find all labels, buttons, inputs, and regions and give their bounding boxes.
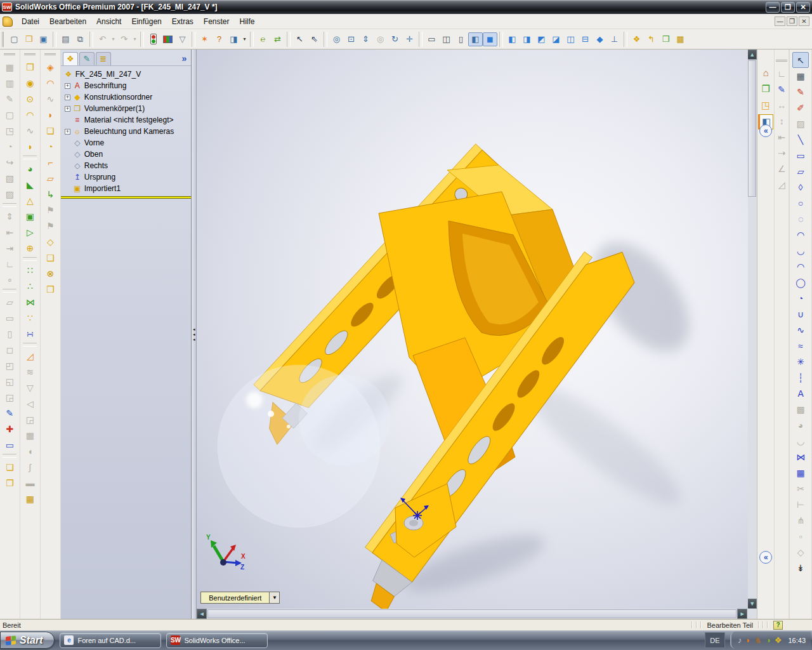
mdi-close-button[interactable]: ✕ xyxy=(799,17,809,26)
parallelogram-button[interactable]: ▱ xyxy=(792,163,809,179)
rip-button[interactable]: ◿ xyxy=(22,348,38,364)
corner-rectangle-button[interactable]: ▭ xyxy=(792,147,809,163)
part-foot[interactable] xyxy=(390,484,456,557)
whats-wrong-button[interactable]: ✶ xyxy=(197,32,212,46)
magnified-selection-button[interactable]: ⇖ xyxy=(307,32,322,46)
sketched-bend-button[interactable]: ◠ xyxy=(42,75,58,91)
shaded-button[interactable]: ◼ xyxy=(483,32,497,46)
rebuild-button[interactable] xyxy=(146,32,160,46)
propertymanager-tab[interactable]: ✎ xyxy=(79,52,95,65)
vertical-scrollbar[interactable]: ▲ ▼ xyxy=(747,50,757,619)
line-button[interactable]: ╲ xyxy=(792,131,809,147)
horizontal-scrollbar[interactable]: ◄ ► xyxy=(197,609,747,619)
planar-surface-button[interactable]: ❏ xyxy=(1,459,18,475)
language-indicator[interactable]: DE xyxy=(705,632,725,648)
task-ie-forum-button[interactable]: eForen auf CAD.d... xyxy=(60,633,161,648)
task-solidworks-button[interactable]: SWSolidWorks Office... xyxy=(166,633,268,648)
pan-button[interactable]: ✛ xyxy=(402,32,417,46)
scroll-right-icon[interactable]: ► xyxy=(737,609,747,619)
extruded-boss-button[interactable]: ❒ xyxy=(22,59,38,75)
sketch-driven-pattern-button[interactable]: ∺ xyxy=(22,326,38,342)
ellipse-button[interactable]: ◯ xyxy=(792,274,809,290)
tray-app-icon[interactable]: ♞ xyxy=(754,636,762,644)
spline-on-surface-button[interactable]: ≈ xyxy=(792,338,809,354)
quick-tips-icon[interactable]: ? xyxy=(773,621,783,630)
toolbar-grip[interactable] xyxy=(24,53,36,56)
open-document-button[interactable]: ❒ xyxy=(22,32,36,46)
expand-icon[interactable]: + xyxy=(65,95,70,100)
hidden-lines-visible-button[interactable]: ◫ xyxy=(439,32,454,46)
revolve-thin-button[interactable]: ⊙ xyxy=(22,91,38,107)
menu-0[interactable]: Datei xyxy=(16,15,44,28)
hem-button[interactable]: ◔ xyxy=(42,138,58,154)
design-binder-button[interactable]: ❒ xyxy=(658,32,673,46)
mdi-restore-button[interactable]: ❐ xyxy=(787,17,797,26)
menu-5[interactable]: Fenster xyxy=(199,15,235,28)
partial-ellipse-button[interactable]: ◔ xyxy=(792,290,809,306)
minimize-button[interactable]: — xyxy=(766,2,780,13)
menu-6[interactable]: Hilfe xyxy=(235,15,260,28)
tree-tabs-chevron-icon[interactable]: » xyxy=(179,53,189,63)
design-library-tab[interactable]: ❒ xyxy=(758,81,773,96)
rollback-bar[interactable] xyxy=(61,196,191,199)
tree-item-vorne[interactable]: ◇Vorne xyxy=(63,137,191,149)
horizontal-scroll-thumb[interactable] xyxy=(207,609,737,618)
featureworks-button[interactable]: ↰ xyxy=(644,32,658,46)
scroll-left-icon[interactable]: ◄ xyxy=(197,609,207,619)
toolbar-grip[interactable] xyxy=(2,32,5,47)
tree-item-rechts[interactable]: ◇Rechts xyxy=(63,160,191,171)
lofted-boss-button[interactable]: ◗ xyxy=(22,138,38,154)
menu-2[interactable]: Ansicht xyxy=(91,15,126,28)
circle-button[interactable]: ○ xyxy=(792,195,809,211)
3d-sketch-button[interactable]: ✐ xyxy=(792,100,809,116)
thickened-cut-button[interactable]: ❒ xyxy=(42,281,58,297)
tree-item-root-part[interactable]: ❖FK_245_MI_247_V xyxy=(63,69,191,80)
simple-hole-button[interactable]: ⊗ xyxy=(42,265,58,281)
task-pane-toggle-button[interactable]: ◨ xyxy=(226,32,241,46)
graphics-area[interactable]: X Y Z Benutzerdefiniert ▼ ◄ ► xyxy=(196,50,747,619)
document-icon[interactable] xyxy=(3,17,13,27)
rotate-view-button[interactable]: ↻ xyxy=(388,32,402,46)
linear-pattern-button[interactable]: ∷ xyxy=(22,262,38,278)
polygon-button[interactable]: ◊ xyxy=(792,179,809,195)
normal-to-button[interactable]: ⊥ xyxy=(607,32,622,46)
view-front-button[interactable]: ◧ xyxy=(505,32,520,46)
tree-item-beleuchtung[interactable]: +☼Beleuchtung und Kameras xyxy=(63,126,191,137)
view-orientation-selector[interactable]: Benutzerdefiniert ▼ xyxy=(200,592,280,604)
mirror-feature-button[interactable]: ⋈ xyxy=(22,294,38,310)
collapse-lower-pane-button[interactable]: « xyxy=(759,551,772,564)
hole-wizard-button[interactable]: ⊕ xyxy=(22,240,38,256)
draft-button[interactable]: ▷ xyxy=(22,224,38,240)
menu-4[interactable]: Extras xyxy=(167,15,199,28)
view-right-button[interactable]: ◪ xyxy=(549,32,563,46)
start-button[interactable]: Start xyxy=(0,632,55,649)
tree-item-oben[interactable]: ◇Oben xyxy=(63,149,191,160)
miter-flange-button[interactable]: ▱ xyxy=(42,170,58,186)
zoom-in-out-button[interactable]: ⇕ xyxy=(358,32,373,46)
shaded-with-edges-button[interactable]: ◧ xyxy=(468,32,483,46)
tray-update-icon[interactable]: ◗ xyxy=(745,636,750,644)
view-top-button[interactable]: ◫ xyxy=(563,32,578,46)
3-point-arc-button[interactable]: ◠ xyxy=(792,258,809,274)
edrawings-animate-button[interactable]: ⇄ xyxy=(270,32,285,46)
menu-3[interactable]: Einfügen xyxy=(126,15,166,28)
solidworks-resources-tab[interactable]: ⌂ xyxy=(758,65,773,80)
edit-color-button[interactable] xyxy=(160,32,175,46)
spline-button[interactable]: ∿ xyxy=(792,322,809,338)
dome-button[interactable]: ◠ xyxy=(22,107,38,123)
mdi-minimize-button[interactable]: — xyxy=(775,17,785,26)
expand-icon[interactable]: + xyxy=(65,106,70,112)
convert-entities-feature-button[interactable]: ↳ xyxy=(42,186,58,202)
sketch-button[interactable]: ✎ xyxy=(792,84,809,100)
photoworks-render-button[interactable]: ❖ xyxy=(629,32,644,46)
point-button[interactable]: ✳ xyxy=(792,354,809,369)
base-flange-button[interactable]: ◈ xyxy=(42,59,58,75)
revolved-boss-button[interactable]: ◉ xyxy=(22,75,38,91)
print-button[interactable]: ▤ xyxy=(58,32,73,46)
tree-item-konstruktionsordner[interactable]: +◆Konstruktionsordner xyxy=(63,91,191,103)
toolbar-grip[interactable] xyxy=(776,60,787,62)
linear-sketch-pattern-button[interactable]: ▦ xyxy=(792,465,809,481)
wireframe-button[interactable]: ▭ xyxy=(424,32,439,46)
grid-button[interactable]: ▦ xyxy=(792,68,809,84)
tree-item-ursprung[interactable]: ↥Ursprung xyxy=(63,171,191,183)
